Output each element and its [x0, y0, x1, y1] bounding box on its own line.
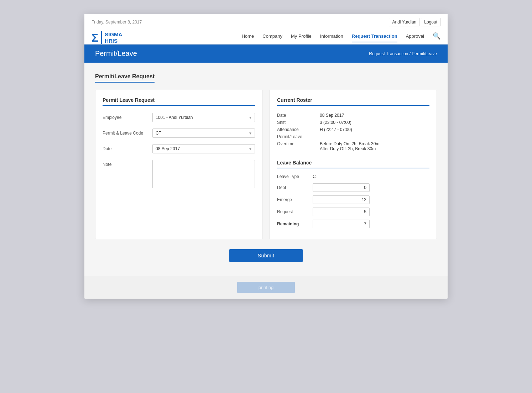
right-panel: Current Roster Date 08 Sep 2017 Shift 3 … — [270, 90, 437, 239]
leave-type-label: Leave Type — [277, 174, 313, 179]
roster-val-overtime-2: After Duty Off: 2h, Break 30m — [320, 146, 379, 151]
submit-button[interactable]: Submit — [229, 249, 303, 262]
nav-home[interactable]: Home — [242, 33, 254, 39]
user-display: Andi Yurdian — [389, 18, 419, 26]
printing-button[interactable]: printing — [237, 282, 295, 293]
balance-input-debt[interactable] — [313, 183, 370, 192]
date-select[interactable]: 08 Sep 2017 — [152, 144, 255, 153]
note-control[interactable] — [152, 160, 255, 190]
breadcrumb: Request Transaction / Permit/Leave — [369, 51, 437, 56]
balance-row-emerge: Emerge — [277, 195, 429, 204]
roster-table: Date 08 Sep 2017 Shift 3 (23:00 - 07:00)… — [277, 113, 429, 151]
left-panel: Permit Leave Request Employee 1001 - And… — [95, 90, 262, 239]
submit-area: Submit — [95, 249, 437, 262]
roster-key-overtime: Overtime — [277, 141, 320, 151]
bottom-ghost-area: printing — [84, 276, 448, 299]
roster-key-shift: Shift — [277, 120, 320, 125]
breadcrumb-part1: Request Transaction — [369, 51, 408, 56]
page-title: Permit/Leave — [95, 49, 137, 58]
nav-information[interactable]: Information — [320, 33, 343, 39]
logo: Σ SIGMA HRIS — [92, 31, 122, 44]
note-label: Note — [103, 160, 152, 167]
roster-title: Current Roster — [277, 97, 429, 106]
date-row: Date 08 Sep 2017 ▼ — [103, 144, 255, 153]
nav-my-profile[interactable]: My Profile — [291, 33, 312, 39]
employee-label: Employee — [103, 113, 152, 120]
roster-val-attendance: H (22:47 - 07:00) — [320, 127, 352, 132]
balance-row-remaining: Remaining — [277, 220, 429, 228]
balance-input-remaining[interactable] — [313, 220, 370, 228]
roster-row-permit-leave: Permit/Leave - — [277, 134, 429, 139]
employee-row: Employee 1001 - Andi Yurdian ▼ — [103, 113, 255, 122]
date-display: Friday, September 8, 2017 — [92, 20, 142, 25]
balance-label-remaining: Remaining — [277, 221, 313, 226]
balance-row-debt: Debt — [277, 183, 429, 192]
permit-code-row: Permit & Leave Code CT ▼ — [103, 129, 255, 138]
leave-type-row: Leave Type CT — [277, 174, 429, 179]
leave-type-value: CT — [313, 174, 318, 179]
permit-code-select[interactable]: CT — [152, 129, 255, 138]
permit-code-control[interactable]: CT ▼ — [152, 129, 255, 138]
roster-key-permit-leave: Permit/Leave — [277, 134, 320, 139]
nav-approval[interactable]: Approval — [406, 33, 424, 39]
permit-code-label: Permit & Leave Code — [103, 129, 152, 136]
search-icon[interactable]: 🔍 — [433, 32, 440, 43]
employee-select[interactable]: 1001 - Andi Yurdian — [152, 113, 255, 122]
left-panel-title: Permit Leave Request — [103, 97, 255, 106]
note-textarea[interactable] — [152, 160, 255, 188]
roster-val-shift: 3 (23:00 - 07:00) — [320, 120, 351, 125]
roster-val-permit-leave: - — [320, 134, 321, 139]
sigma-icon: Σ — [92, 32, 98, 43]
balance-row-request: Request — [277, 208, 429, 216]
roster-row-attendance: Attendance H (22:47 - 07:00) — [277, 127, 429, 132]
roster-val-overtime-1: Before Duty On: 2h, Break 30m — [320, 141, 379, 146]
balance-label-debt: Debt — [277, 185, 313, 190]
employee-control[interactable]: 1001 - Andi Yurdian ▼ — [152, 113, 255, 122]
main-nav: Home Company My Profile Information Requ… — [242, 32, 440, 43]
roster-key-date: Date — [277, 113, 320, 118]
roster-row-overtime: Overtime Before Duty On: 2h, Break 30m A… — [277, 141, 429, 151]
nav-company[interactable]: Company — [262, 33, 282, 39]
nav-request-transaction[interactable]: Request Transaction — [352, 33, 397, 42]
date-control[interactable]: 08 Sep 2017 ▼ — [152, 144, 255, 153]
logo-text: SIGMA HRIS — [101, 31, 122, 44]
roster-row-shift: Shift 3 (23:00 - 07:00) — [277, 120, 429, 125]
logout-button[interactable]: Logout — [421, 18, 440, 26]
balance-label-request: Request — [277, 209, 313, 214]
note-row: Note — [103, 160, 255, 190]
breadcrumb-part2: Permit/Leave — [412, 51, 437, 56]
section-title: Permit/Leave Request — [95, 73, 155, 83]
roster-row-date: Date 08 Sep 2017 — [277, 113, 429, 118]
balance-label-emerge: Emerge — [277, 197, 313, 202]
balance-input-emerge[interactable] — [313, 195, 370, 204]
date-label: Date — [103, 144, 152, 151]
balance-input-request[interactable] — [313, 208, 370, 216]
roster-val-date: 08 Sep 2017 — [320, 113, 344, 118]
page-header: Permit/Leave Request Transaction / Permi… — [84, 44, 448, 63]
roster-key-attendance: Attendance — [277, 127, 320, 132]
leave-balance-title: Leave Balance — [277, 160, 429, 168]
